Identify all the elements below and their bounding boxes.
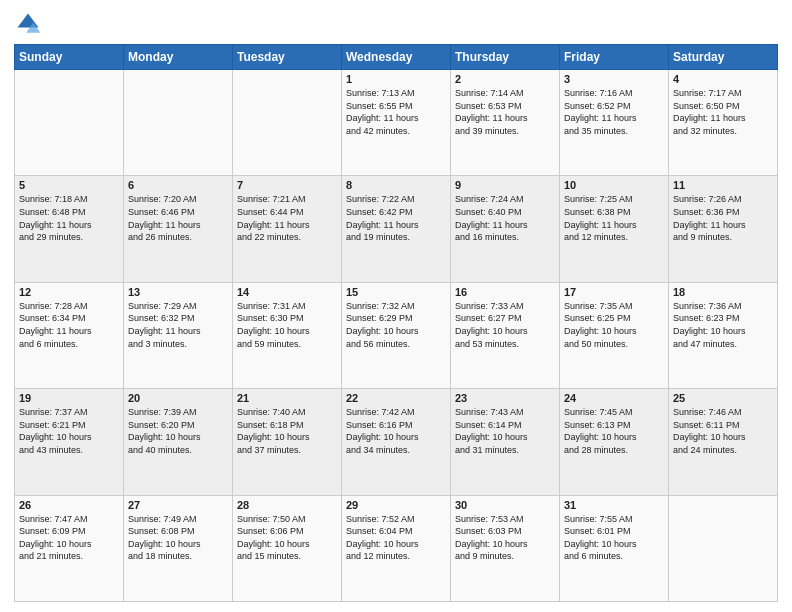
calendar-cell: 1Sunrise: 7:13 AM Sunset: 6:55 PM Daylig… bbox=[342, 70, 451, 176]
day-info: Sunrise: 7:52 AM Sunset: 6:04 PM Dayligh… bbox=[346, 513, 446, 563]
weekday-header-wednesday: Wednesday bbox=[342, 45, 451, 70]
weekday-header-sunday: Sunday bbox=[15, 45, 124, 70]
calendar-cell bbox=[124, 70, 233, 176]
day-info: Sunrise: 7:42 AM Sunset: 6:16 PM Dayligh… bbox=[346, 406, 446, 456]
calendar-cell: 30Sunrise: 7:53 AM Sunset: 6:03 PM Dayli… bbox=[451, 495, 560, 601]
weekday-header-thursday: Thursday bbox=[451, 45, 560, 70]
day-number: 23 bbox=[455, 392, 555, 404]
day-number: 14 bbox=[237, 286, 337, 298]
calendar-cell: 8Sunrise: 7:22 AM Sunset: 6:42 PM Daylig… bbox=[342, 176, 451, 282]
calendar-cell: 19Sunrise: 7:37 AM Sunset: 6:21 PM Dayli… bbox=[15, 389, 124, 495]
weekday-header-friday: Friday bbox=[560, 45, 669, 70]
calendar-cell: 22Sunrise: 7:42 AM Sunset: 6:16 PM Dayli… bbox=[342, 389, 451, 495]
week-row-1: 1Sunrise: 7:13 AM Sunset: 6:55 PM Daylig… bbox=[15, 70, 778, 176]
day-info: Sunrise: 7:22 AM Sunset: 6:42 PM Dayligh… bbox=[346, 193, 446, 243]
day-info: Sunrise: 7:25 AM Sunset: 6:38 PM Dayligh… bbox=[564, 193, 664, 243]
calendar-cell bbox=[669, 495, 778, 601]
day-info: Sunrise: 7:45 AM Sunset: 6:13 PM Dayligh… bbox=[564, 406, 664, 456]
day-info: Sunrise: 7:29 AM Sunset: 6:32 PM Dayligh… bbox=[128, 300, 228, 350]
day-number: 8 bbox=[346, 179, 446, 191]
week-row-4: 19Sunrise: 7:37 AM Sunset: 6:21 PM Dayli… bbox=[15, 389, 778, 495]
day-number: 10 bbox=[564, 179, 664, 191]
day-number: 24 bbox=[564, 392, 664, 404]
day-info: Sunrise: 7:33 AM Sunset: 6:27 PM Dayligh… bbox=[455, 300, 555, 350]
calendar-cell: 31Sunrise: 7:55 AM Sunset: 6:01 PM Dayli… bbox=[560, 495, 669, 601]
day-info: Sunrise: 7:40 AM Sunset: 6:18 PM Dayligh… bbox=[237, 406, 337, 456]
calendar-cell: 13Sunrise: 7:29 AM Sunset: 6:32 PM Dayli… bbox=[124, 282, 233, 388]
day-number: 1 bbox=[346, 73, 446, 85]
day-info: Sunrise: 7:24 AM Sunset: 6:40 PM Dayligh… bbox=[455, 193, 555, 243]
day-info: Sunrise: 7:32 AM Sunset: 6:29 PM Dayligh… bbox=[346, 300, 446, 350]
day-number: 19 bbox=[19, 392, 119, 404]
day-number: 13 bbox=[128, 286, 228, 298]
day-number: 16 bbox=[455, 286, 555, 298]
calendar-cell: 21Sunrise: 7:40 AM Sunset: 6:18 PM Dayli… bbox=[233, 389, 342, 495]
day-number: 25 bbox=[673, 392, 773, 404]
day-info: Sunrise: 7:18 AM Sunset: 6:48 PM Dayligh… bbox=[19, 193, 119, 243]
day-number: 3 bbox=[564, 73, 664, 85]
calendar-cell: 3Sunrise: 7:16 AM Sunset: 6:52 PM Daylig… bbox=[560, 70, 669, 176]
day-info: Sunrise: 7:55 AM Sunset: 6:01 PM Dayligh… bbox=[564, 513, 664, 563]
calendar-cell: 5Sunrise: 7:18 AM Sunset: 6:48 PM Daylig… bbox=[15, 176, 124, 282]
day-info: Sunrise: 7:53 AM Sunset: 6:03 PM Dayligh… bbox=[455, 513, 555, 563]
calendar-cell: 14Sunrise: 7:31 AM Sunset: 6:30 PM Dayli… bbox=[233, 282, 342, 388]
day-number: 17 bbox=[564, 286, 664, 298]
day-info: Sunrise: 7:14 AM Sunset: 6:53 PM Dayligh… bbox=[455, 87, 555, 137]
day-number: 11 bbox=[673, 179, 773, 191]
day-info: Sunrise: 7:36 AM Sunset: 6:23 PM Dayligh… bbox=[673, 300, 773, 350]
weekday-header-row: SundayMondayTuesdayWednesdayThursdayFrid… bbox=[15, 45, 778, 70]
calendar-cell: 16Sunrise: 7:33 AM Sunset: 6:27 PM Dayli… bbox=[451, 282, 560, 388]
week-row-5: 26Sunrise: 7:47 AM Sunset: 6:09 PM Dayli… bbox=[15, 495, 778, 601]
day-number: 26 bbox=[19, 499, 119, 511]
calendar-cell: 15Sunrise: 7:32 AM Sunset: 6:29 PM Dayli… bbox=[342, 282, 451, 388]
calendar-cell: 18Sunrise: 7:36 AM Sunset: 6:23 PM Dayli… bbox=[669, 282, 778, 388]
week-row-3: 12Sunrise: 7:28 AM Sunset: 6:34 PM Dayli… bbox=[15, 282, 778, 388]
calendar-cell: 9Sunrise: 7:24 AM Sunset: 6:40 PM Daylig… bbox=[451, 176, 560, 282]
day-info: Sunrise: 7:28 AM Sunset: 6:34 PM Dayligh… bbox=[19, 300, 119, 350]
day-number: 27 bbox=[128, 499, 228, 511]
day-number: 6 bbox=[128, 179, 228, 191]
day-info: Sunrise: 7:16 AM Sunset: 6:52 PM Dayligh… bbox=[564, 87, 664, 137]
day-number: 22 bbox=[346, 392, 446, 404]
logo-icon bbox=[14, 10, 42, 38]
header bbox=[14, 10, 778, 38]
calendar-cell: 12Sunrise: 7:28 AM Sunset: 6:34 PM Dayli… bbox=[15, 282, 124, 388]
day-number: 21 bbox=[237, 392, 337, 404]
calendar-cell: 4Sunrise: 7:17 AM Sunset: 6:50 PM Daylig… bbox=[669, 70, 778, 176]
day-number: 4 bbox=[673, 73, 773, 85]
day-number: 5 bbox=[19, 179, 119, 191]
calendar-cell: 26Sunrise: 7:47 AM Sunset: 6:09 PM Dayli… bbox=[15, 495, 124, 601]
day-info: Sunrise: 7:20 AM Sunset: 6:46 PM Dayligh… bbox=[128, 193, 228, 243]
calendar-cell: 7Sunrise: 7:21 AM Sunset: 6:44 PM Daylig… bbox=[233, 176, 342, 282]
day-number: 29 bbox=[346, 499, 446, 511]
weekday-header-saturday: Saturday bbox=[669, 45, 778, 70]
day-number: 30 bbox=[455, 499, 555, 511]
day-info: Sunrise: 7:13 AM Sunset: 6:55 PM Dayligh… bbox=[346, 87, 446, 137]
calendar-cell: 20Sunrise: 7:39 AM Sunset: 6:20 PM Dayli… bbox=[124, 389, 233, 495]
calendar-cell: 23Sunrise: 7:43 AM Sunset: 6:14 PM Dayli… bbox=[451, 389, 560, 495]
day-info: Sunrise: 7:49 AM Sunset: 6:08 PM Dayligh… bbox=[128, 513, 228, 563]
day-info: Sunrise: 7:37 AM Sunset: 6:21 PM Dayligh… bbox=[19, 406, 119, 456]
calendar-cell: 24Sunrise: 7:45 AM Sunset: 6:13 PM Dayli… bbox=[560, 389, 669, 495]
calendar-cell: 6Sunrise: 7:20 AM Sunset: 6:46 PM Daylig… bbox=[124, 176, 233, 282]
calendar-cell bbox=[15, 70, 124, 176]
day-number: 31 bbox=[564, 499, 664, 511]
day-info: Sunrise: 7:50 AM Sunset: 6:06 PM Dayligh… bbox=[237, 513, 337, 563]
day-info: Sunrise: 7:21 AM Sunset: 6:44 PM Dayligh… bbox=[237, 193, 337, 243]
calendar-cell: 2Sunrise: 7:14 AM Sunset: 6:53 PM Daylig… bbox=[451, 70, 560, 176]
day-number: 7 bbox=[237, 179, 337, 191]
day-number: 18 bbox=[673, 286, 773, 298]
weekday-header-monday: Monday bbox=[124, 45, 233, 70]
calendar-cell: 25Sunrise: 7:46 AM Sunset: 6:11 PM Dayli… bbox=[669, 389, 778, 495]
day-info: Sunrise: 7:39 AM Sunset: 6:20 PM Dayligh… bbox=[128, 406, 228, 456]
day-info: Sunrise: 7:43 AM Sunset: 6:14 PM Dayligh… bbox=[455, 406, 555, 456]
calendar-cell: 29Sunrise: 7:52 AM Sunset: 6:04 PM Dayli… bbox=[342, 495, 451, 601]
page: SundayMondayTuesdayWednesdayThursdayFrid… bbox=[0, 0, 792, 612]
calendar-cell: 10Sunrise: 7:25 AM Sunset: 6:38 PM Dayli… bbox=[560, 176, 669, 282]
weekday-header-tuesday: Tuesday bbox=[233, 45, 342, 70]
day-info: Sunrise: 7:35 AM Sunset: 6:25 PM Dayligh… bbox=[564, 300, 664, 350]
day-info: Sunrise: 7:17 AM Sunset: 6:50 PM Dayligh… bbox=[673, 87, 773, 137]
logo bbox=[14, 10, 44, 38]
week-row-2: 5Sunrise: 7:18 AM Sunset: 6:48 PM Daylig… bbox=[15, 176, 778, 282]
day-info: Sunrise: 7:46 AM Sunset: 6:11 PM Dayligh… bbox=[673, 406, 773, 456]
